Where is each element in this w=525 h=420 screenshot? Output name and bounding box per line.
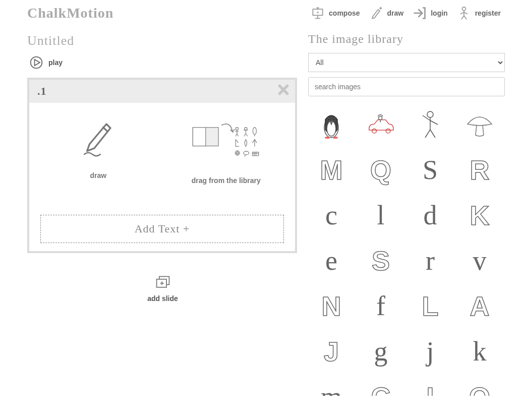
glyph: Q: [370, 156, 391, 184]
library-scroll[interactable]: MQSRcldKeSrvNfLAJgjkmCIO: [308, 103, 505, 396]
library-item[interactable]: g: [358, 330, 404, 373]
slide-option-drag[interactable]: drag from the library: [162, 118, 290, 185]
library-item[interactable]: S: [407, 149, 453, 191]
svg-line-61: [430, 130, 435, 138]
glyph: m: [321, 383, 342, 396]
nav-login[interactable]: login: [413, 6, 447, 20]
library-item[interactable]: N: [308, 285, 355, 327]
library-item[interactable]: d: [407, 194, 453, 236]
library-item[interactable]: S: [358, 239, 404, 282]
add-slide-label: add slide: [147, 294, 178, 303]
svg-point-51: [333, 137, 338, 139]
library-item[interactable]: v: [456, 239, 503, 282]
library-item[interactable]: k: [456, 330, 503, 373]
glyph: J: [324, 338, 339, 365]
library-item[interactable]: e: [308, 239, 355, 282]
svg-point-53: [386, 129, 390, 134]
library-item[interactable]: r: [407, 239, 453, 282]
svg-point-36: [244, 151, 249, 155]
glyph: K: [470, 202, 490, 229]
glyph: M: [320, 156, 343, 184]
library-item[interactable]: j: [407, 330, 453, 373]
glyph: f: [376, 292, 385, 320]
car-icon: [366, 109, 396, 140]
nav-compose[interactable]: + compose: [311, 6, 360, 20]
library-item[interactable]: l: [358, 194, 404, 236]
library-title: The image library: [308, 32, 505, 46]
svg-point-54: [379, 116, 382, 120]
glyph: v: [473, 247, 487, 274]
library-item[interactable]: [407, 103, 453, 146]
add-slide-button[interactable]: add slide: [27, 275, 298, 303]
slide-header: .1: [29, 80, 295, 103]
glyph: A: [470, 292, 490, 320]
library-item[interactable]: [308, 103, 355, 146]
header: ChalkMotion + compose draw login registe…: [0, 0, 525, 21]
slide-card: .1 draw: [27, 78, 297, 253]
svg-marker-16: [35, 59, 40, 66]
glyph: C: [371, 383, 391, 396]
main: Untitled play .1: [0, 21, 525, 396]
slide-option-draw[interactable]: draw: [34, 118, 162, 185]
library-item[interactable]: [358, 103, 404, 146]
svg-line-31: [246, 134, 248, 136]
nav-draw[interactable]: draw: [369, 6, 404, 20]
glyph: l: [377, 202, 384, 229]
pencil-plus-icon: [369, 6, 383, 20]
glyph: S: [372, 247, 390, 274]
library-search-input[interactable]: [308, 77, 505, 96]
mushroom-icon: [464, 109, 495, 140]
glyph: e: [325, 247, 337, 274]
svg-point-52: [372, 129, 377, 134]
drag-option-label: drag from the library: [192, 176, 261, 185]
library-item[interactable]: A: [456, 285, 503, 327]
slide-body: draw: [29, 103, 295, 190]
svg-line-25: [236, 134, 238, 136]
draw-option-label: draw: [90, 171, 106, 179]
library-item[interactable]: c: [308, 194, 355, 236]
nav-register[interactable]: register: [457, 6, 501, 20]
slide-close-button[interactable]: [277, 83, 290, 100]
play-button[interactable]: play: [29, 55, 298, 70]
svg-point-50: [325, 137, 330, 139]
glyph: L: [422, 292, 439, 320]
library-item[interactable]: I: [407, 376, 453, 396]
library-item[interactable]: [456, 103, 503, 146]
svg-point-56: [427, 111, 433, 117]
library-item[interactable]: J: [308, 330, 355, 373]
easel-icon: +: [311, 6, 325, 20]
svg-text:+: +: [316, 10, 319, 15]
glyph: R: [470, 156, 490, 184]
add-slide-icon: [155, 275, 171, 289]
glyph: I: [426, 383, 434, 396]
stick-person-icon: [415, 109, 445, 140]
svg-point-47: [328, 118, 330, 121]
library-item[interactable]: Q: [358, 149, 404, 191]
play-icon: [29, 55, 43, 70]
library-item[interactable]: M: [308, 149, 355, 191]
svg-point-32: [253, 128, 257, 135]
svg-line-60: [425, 130, 430, 138]
svg-point-27: [245, 128, 247, 130]
nav-compose-label: compose: [329, 9, 360, 17]
library-item[interactable]: L: [407, 285, 453, 327]
svg-line-12: [464, 12, 468, 14]
document-title[interactable]: Untitled: [27, 33, 298, 48]
library-item[interactable]: f: [358, 285, 404, 327]
nav-register-label: register: [475, 9, 501, 17]
library-item[interactable]: m: [308, 376, 355, 396]
library-item[interactable]: O: [456, 376, 503, 396]
glyph: j: [426, 338, 434, 365]
library-item[interactable]: K: [456, 194, 503, 236]
library-column: The image library All MQSRcldKeSrvNfLAJg…: [308, 29, 505, 396]
library-filter-select[interactable]: All: [308, 53, 505, 72]
svg-point-9: [462, 7, 465, 11]
nav-login-label: login: [431, 9, 447, 17]
add-text-button[interactable]: Add Text +: [40, 215, 284, 243]
close-icon: [277, 83, 290, 96]
svg-line-26: [237, 134, 239, 136]
library-item[interactable]: R: [456, 149, 503, 191]
library-item[interactable]: C: [358, 376, 404, 396]
glyph: c: [325, 202, 337, 229]
library-grid: MQSRcldKeSrvNfLAJgjkmCIO: [308, 103, 503, 396]
